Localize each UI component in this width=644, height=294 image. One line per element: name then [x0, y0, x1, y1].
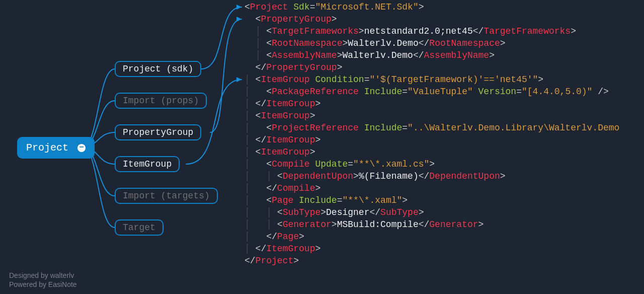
collapse-icon[interactable]: − [77, 144, 86, 152]
mindmap-child-label: Import (targets) [123, 191, 210, 201]
mindmap-root-label: Project [26, 142, 68, 154]
xml-code-block: <Project Sdk="Microsoft.NET.Sdk"> <Prope… [245, 1, 619, 267]
svg-marker-2 [236, 77, 242, 82]
mindmap-child-label: Project (sdk) [123, 64, 193, 74]
mindmap-child-project-sdk[interactable]: Project (sdk) [115, 61, 201, 77]
mindmap-child-label: ItemGroup [123, 159, 172, 169]
credits-line: Designed by walterlv [9, 271, 77, 280]
mindmap-child-import-targets[interactable]: Import (targets) [115, 188, 218, 204]
mindmap-child-label: Target [123, 223, 155, 233]
mindmap-child-itemgroup[interactable]: ItemGroup [115, 156, 180, 172]
mindmap-child-import-props[interactable]: Import (props) [115, 93, 207, 109]
mindmap-child-target[interactable]: Target [115, 219, 164, 236]
credits-line: Powered by EasiNote [9, 280, 77, 289]
svg-marker-0 [236, 5, 242, 10]
mindmap-child-label: Import (props) [123, 96, 199, 106]
mindmap-root[interactable]: Project − [17, 137, 95, 159]
credits: Designed by walterlv Powered by EasiNote [9, 271, 77, 289]
mindmap-child-label: PropertyGroup [123, 127, 193, 137]
svg-marker-1 [236, 17, 242, 22]
mindmap-child-propertygroup[interactable]: PropertyGroup [115, 124, 201, 140]
